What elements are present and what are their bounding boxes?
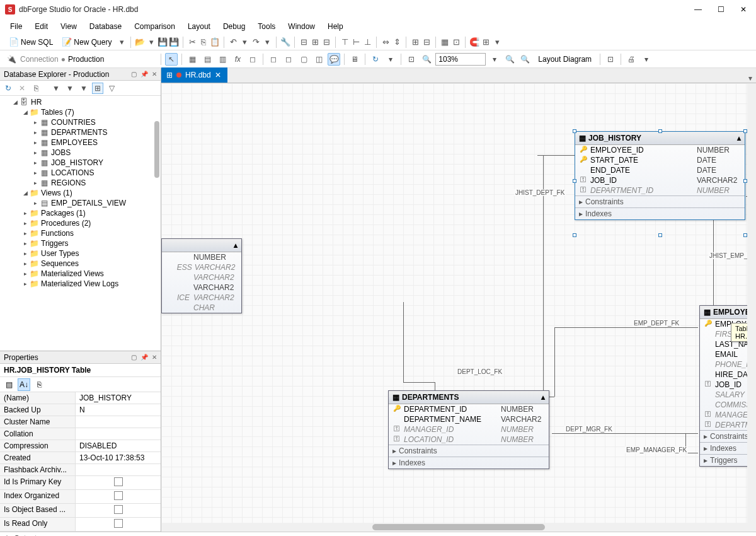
column-row[interactable]: CHAR xyxy=(162,303,241,313)
tree-folder-item[interactable]: ▸📁User Types xyxy=(0,248,161,259)
cut-icon[interactable]: ✂ xyxy=(187,37,197,47)
property-row[interactable]: Flashback Archiv... xyxy=(0,464,161,476)
tab-close-icon[interactable]: ✕ xyxy=(215,71,221,79)
tree-table-item[interactable]: ▸▦EMPLOYEES xyxy=(0,137,161,148)
dropdown-icon[interactable]: ▾ xyxy=(262,37,272,47)
view-tool-icon[interactable]: ▤ xyxy=(201,53,214,66)
column-row[interactable]: ⚿LOCATION_IDNUMBER xyxy=(389,434,549,445)
panel-close-icon[interactable]: ✕ xyxy=(152,354,157,361)
redo-icon[interactable]: ↷ xyxy=(251,37,261,47)
property-row[interactable]: Index Organized xyxy=(0,490,161,504)
relation-line[interactable] xyxy=(552,433,698,434)
menu-help[interactable]: Help xyxy=(323,21,348,32)
layout-diagram-button[interactable]: Layout Diagram xyxy=(534,53,596,66)
column-row[interactable]: ⚿JOB_IDVARCHAR2 xyxy=(575,175,745,185)
checkbox[interactable] xyxy=(114,519,123,528)
property-value[interactable] xyxy=(76,518,161,531)
menu-comparison[interactable]: Comparison xyxy=(129,21,180,32)
ungroup-icon[interactable]: ⊟ xyxy=(421,37,432,47)
property-value[interactable] xyxy=(76,476,161,489)
zoom-in-icon[interactable]: 🔍 xyxy=(503,53,516,66)
property-row[interactable]: Created13-Oct-10 17:38:53 xyxy=(0,452,161,464)
filter3-icon[interactable]: ▼ xyxy=(78,83,89,94)
erd-table-partial[interactable]: ▴NUMBERESSVARCHAR2VARCHAR2VARCHAR2ICEVAR… xyxy=(161,238,242,313)
table-section[interactable]: ▸Constraints xyxy=(389,445,549,457)
property-value[interactable] xyxy=(76,428,161,440)
align-top-icon[interactable]: ⊤ xyxy=(340,37,350,47)
scrollbar-thumb[interactable] xyxy=(372,524,546,530)
property-row[interactable]: (Name)JOB_HISTORY xyxy=(0,392,161,404)
dropdown-icon[interactable]: ▾ xyxy=(384,53,397,66)
table-section[interactable]: ▸Indexes xyxy=(389,457,549,469)
zoom-out-icon[interactable]: 🔍 xyxy=(518,53,531,66)
database-tree[interactable]: ◢🗄HR ◢📁Tables (7) ▸▦COUNTRIES ▸▦DEPARTME… xyxy=(0,96,161,351)
save-icon[interactable]: 💾 xyxy=(158,37,168,47)
tree-folder-item[interactable]: ▸📁Packages (1) xyxy=(0,208,161,218)
table-tool-icon[interactable]: ▦ xyxy=(186,53,198,66)
arrange-icon[interactable]: ⊞ xyxy=(481,37,491,47)
property-row[interactable]: Backed UpN xyxy=(0,404,161,416)
fx-tool-icon[interactable]: fx xyxy=(231,53,244,66)
panel-pin-icon[interactable]: 📌 xyxy=(140,71,148,78)
tree-folder-item[interactable]: ▸📁Procedures (2) xyxy=(0,218,161,228)
relation-line[interactable] xyxy=(403,382,435,383)
property-row[interactable]: Collation xyxy=(0,428,161,440)
refresh-icon[interactable]: ↻ xyxy=(3,83,14,94)
toolbox-icon[interactable]: 🔧 xyxy=(280,37,290,47)
dropdown-icon[interactable]: ▾ xyxy=(488,53,501,66)
column-row[interactable]: DEPARTMENT_NAMEVARCHAR2 xyxy=(389,414,549,424)
group-icon[interactable]: ⊞ xyxy=(410,37,420,47)
scrollbar-thumb[interactable] xyxy=(154,121,159,178)
refresh-icon[interactable]: ↻ xyxy=(369,53,382,66)
property-row[interactable]: Id Is Primary Key xyxy=(0,476,161,490)
checkbox[interactable] xyxy=(114,477,123,486)
property-row[interactable]: CompressionDISABLED xyxy=(0,440,161,452)
vertical-scrollbar[interactable] xyxy=(747,83,756,523)
column-row[interactable]: ⚿MANAGER_IDNUMBER xyxy=(389,424,549,434)
menu-layout[interactable]: Layout xyxy=(183,21,215,32)
panel-pin-icon[interactable]: ▢ xyxy=(131,71,137,78)
align-bottom-icon[interactable]: ⊥ xyxy=(362,37,372,47)
categorize-icon[interactable]: ▤ xyxy=(3,378,15,391)
new-sql-button[interactable]: 📄New SQL xyxy=(5,36,57,49)
fit-icon[interactable]: ⊡ xyxy=(405,53,418,66)
align-right-icon[interactable]: ⊟ xyxy=(321,37,331,47)
column-row[interactable]: ESSVARCHAR2 xyxy=(162,262,241,272)
column-row[interactable]: 🔑EMPLOYEE_IDNUMBER xyxy=(575,145,745,155)
menu-window[interactable]: Window xyxy=(283,21,320,32)
dropdown-icon[interactable]: ▾ xyxy=(492,37,502,47)
menu-debug[interactable]: Debug xyxy=(218,21,250,32)
relation-line[interactable] xyxy=(403,302,404,382)
tree-folder-item[interactable]: ▸📁Materialized View Logs xyxy=(0,279,161,289)
tree-table-item[interactable]: ▸▦JOBS xyxy=(0,148,161,158)
undo-icon[interactable]: ↶ xyxy=(228,37,238,47)
panel-pin-icon[interactable]: ▢ xyxy=(131,354,137,361)
property-value[interactable]: DISABLED xyxy=(76,440,161,452)
properties-object[interactable]: HR.JOB_HISTORY Table xyxy=(0,364,161,377)
cursor-tool-icon[interactable]: ↖ xyxy=(165,53,178,66)
property-value[interactable]: JOB_HISTORY xyxy=(76,392,161,404)
column-row[interactable]: ICEVARCHAR2 xyxy=(162,293,241,303)
relation-line[interactable] xyxy=(537,155,575,156)
sort-az-icon[interactable]: A↓ xyxy=(18,378,30,391)
new-query-button[interactable]: 📝New Query xyxy=(58,36,115,49)
property-value[interactable] xyxy=(76,416,161,428)
distribute-h-icon[interactable]: ⇔ xyxy=(381,37,391,47)
tree-folder-item[interactable]: ▸📁Materialized Views xyxy=(0,269,161,279)
horizontal-scrollbar[interactable] xyxy=(161,523,756,532)
copy-icon[interactable]: ⎘ xyxy=(30,83,42,94)
grid-icon[interactable]: ▦ xyxy=(440,37,450,47)
paste-icon[interactable]: 📋 xyxy=(210,37,220,47)
panel-pin-icon[interactable]: 📌 xyxy=(140,354,148,361)
tab-overflow-icon[interactable]: ▾ xyxy=(745,74,756,83)
menu-view[interactable]: View xyxy=(55,21,82,32)
menu-database[interactable]: Database xyxy=(84,21,127,32)
menu-tools[interactable]: Tools xyxy=(253,21,280,32)
diagram-canvas[interactable]: JHIST_DEPT_FK JHIST_JOB_FK JHIST_EMP_FK … xyxy=(161,83,756,532)
shape3-icon[interactable]: ▢ xyxy=(297,53,310,66)
tree-table-item[interactable]: ▸▦DEPARTMENTS xyxy=(0,127,161,137)
relation-tool-icon[interactable]: ▥ xyxy=(216,53,229,66)
shape2-icon[interactable]: ◻ xyxy=(282,53,295,66)
plug-icon[interactable]: 🔌 xyxy=(5,53,18,66)
align-center-h-icon[interactable]: ⊞ xyxy=(310,37,320,47)
